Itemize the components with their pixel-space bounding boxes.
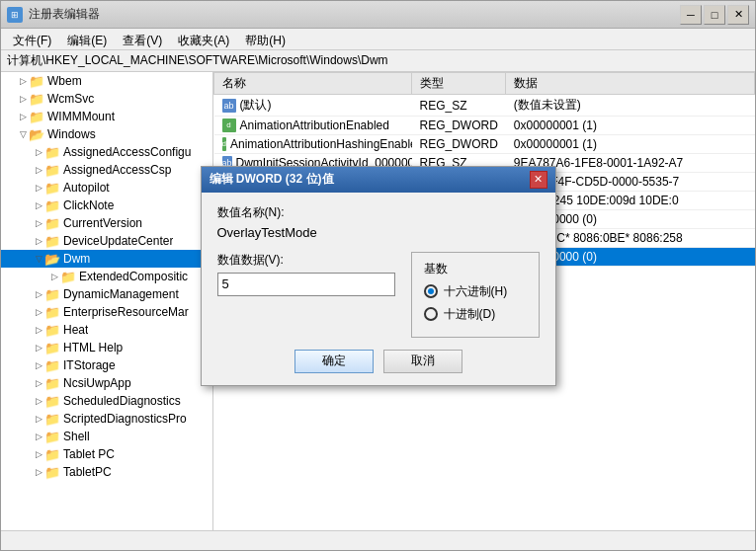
edit-dword-dialog: 编辑 DWORD (32 位)值 ✕ 数值名称(N): OverlayTestM… [201,166,556,386]
dialog-title-bar: 编辑 DWORD (32 位)值 ✕ [202,167,555,193]
name-label: 数值名称(N): [217,204,540,221]
dialog-title-text: 编辑 DWORD (32 位)值 [210,171,334,188]
dialog-left: 数值数据(V): [217,252,395,296]
ok-button[interactable]: 确定 [294,350,374,373]
cancel-button[interactable]: 取消 [383,350,462,373]
data-value-input[interactable] [217,273,395,296]
base-label: 基数 [424,261,527,277]
radio-hex[interactable]: 十六进制(H) [424,283,527,300]
name-value-display: OverlayTestMode [217,225,540,240]
dialog-right: 基数 十六进制(H) 十进制(D) [411,252,540,338]
radio-dec-circle [424,307,438,321]
base-radio-group: 基数 十六进制(H) 十进制(D) [411,252,540,338]
dialog-close-button[interactable]: ✕ [530,171,547,189]
dialog-buttons: 确定 取消 [217,350,540,373]
radio-hex-label: 十六进制(H) [444,283,508,300]
dialog-body: 数值名称(N): OverlayTestMode 数值数据(V): 基数 十六进… [202,193,555,385]
radio-hex-circle [424,284,438,298]
dialog-row: 数值数据(V): 基数 十六进制(H) 十进制(D) [217,252,540,338]
radio-dec[interactable]: 十进制(D) [424,306,527,323]
dialog-overlay: 编辑 DWORD (32 位)值 ✕ 数值名称(N): OverlayTestM… [0,0,756,551]
data-label: 数值数据(V): [217,252,395,269]
radio-dec-label: 十进制(D) [444,306,496,323]
